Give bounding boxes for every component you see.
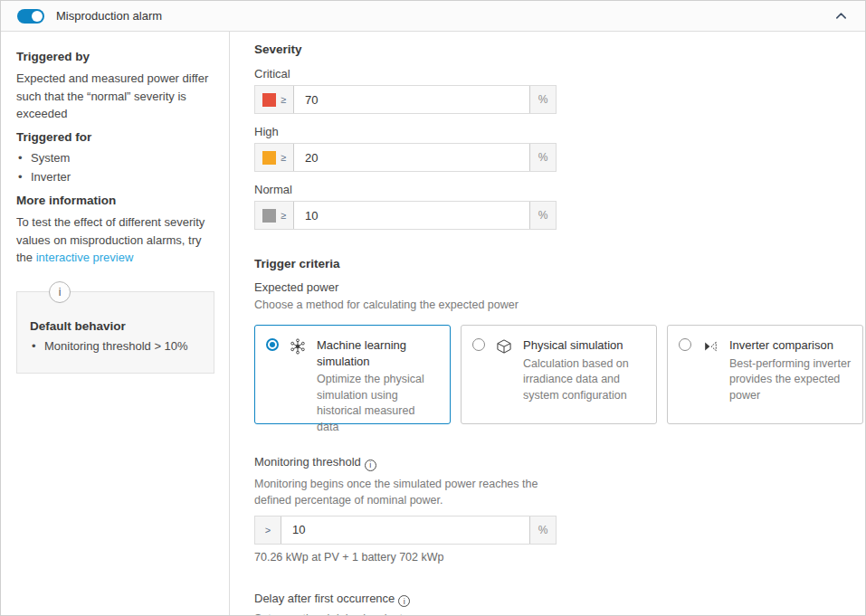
triggered-by-text: Expected and measured power differ such … [16,70,214,123]
default-behavior-list: Monitoring threshold > 10% [30,338,201,355]
threshold-prefix: > [255,516,281,544]
toggle-knob [32,11,43,22]
severity-input-group: ≥ % [254,201,557,230]
severity-row-normal: Normal ≥ % [254,183,863,230]
info-icon[interactable]: i [365,460,376,471]
percent-suffix: % [530,516,556,544]
critical-threshold-input[interactable] [293,86,530,113]
panel-header: Misproduction alarm [1,1,865,32]
more-information-text: To test the effect of different severity… [16,213,214,267]
method-title: Inverter comparison [729,337,852,354]
method-card-inverter-comparison[interactable]: Inverter comparison Best-performing inve… [667,325,863,424]
network-icon [289,337,307,355]
percent-suffix: % [530,202,556,229]
gte-operator: ≥ [281,94,286,105]
delay-label: Delay after first occurrence [254,592,395,605]
percent-suffix: % [530,86,556,113]
list-item: Inverter [16,169,214,186]
more-information-heading: More information [16,194,214,207]
method-card-machine-learning[interactable]: Machine learning simulation Optimize the… [254,325,451,424]
chevron-up-icon[interactable] [833,8,849,24]
method-description: Calculation based on irradiance data and… [523,356,645,404]
info-sidebar: Triggered by Expected and measured power… [1,32,230,616]
gte-operator: ≥ [281,210,286,221]
severity-color-swatch [262,93,276,107]
default-behavior-heading: Default behavior [30,319,201,333]
severity-label: Critical [254,67,863,81]
severity-prefix: ≥ [255,144,293,171]
settings-main: Severity Critical ≥ % High ≥ [230,32,866,616]
method-description: Best-performing inverter provides the ex… [729,356,852,404]
method-title: Physical simulation [523,337,645,354]
method-title: Machine learning simulation [317,337,439,369]
info-icon[interactable]: i [398,595,410,607]
default-behavior-box: i Default behavior Monitoring threshold … [16,291,214,374]
expected-power-method-cards: Machine learning simulation Optimize the… [254,325,863,424]
percent-suffix: % [530,144,556,171]
monitoring-threshold-description: Monitoring begins once the simulated pow… [254,476,544,508]
nominal-power-helper-text: 70.26 kWp at PV + 1 battery 702 kWp [254,551,863,564]
list-item: Monitoring threshold > 10% [30,338,201,355]
severity-row-critical: Critical ≥ % [254,67,863,114]
radio-selected-icon[interactable] [266,338,279,351]
method-description: Optimize the physical simulation using h… [317,372,439,435]
triggered-for-list: System Inverter [16,150,214,187]
compare-triangles-icon [701,337,719,355]
severity-input-group: ≥ % [254,85,557,114]
severity-input-group: ≥ % [254,143,557,172]
severity-prefix: ≥ [255,86,293,113]
severity-prefix: ≥ [255,202,293,229]
triggered-by-heading: Triggered by [16,50,214,63]
expected-power-label: Expected power [254,280,863,294]
severity-color-swatch [262,151,276,165]
monitoring-threshold-input[interactable] [281,516,530,544]
radio-unselected-icon[interactable] [679,338,691,351]
delay-hint: Set an optional delay in minutes [254,611,863,616]
triggered-for-heading: Triggered for [16,130,214,144]
severity-heading: Severity [254,43,863,56]
gte-operator: ≥ [281,152,286,163]
card-text: Machine learning simulation Optimize the… [317,337,439,412]
misproduction-alarm-panel: Misproduction alarm Triggered by Expecte… [0,0,866,616]
high-threshold-input[interactable] [293,144,530,171]
monitoring-threshold-label: Monitoring threshold [254,455,361,469]
expected-power-hint: Choose a method for calculating the expe… [254,297,863,313]
card-text: Physical simulation Calculation based on… [523,337,645,412]
radio-unselected-icon[interactable] [472,338,485,351]
panel-title: Misproduction alarm [56,9,162,23]
method-card-physical-simulation[interactable]: Physical simulation Calculation based on… [461,325,657,424]
severity-label: Normal [254,183,863,196]
severity-label: High [254,125,863,138]
alarm-toggle[interactable] [17,9,44,24]
list-item: System [16,150,214,167]
card-text: Inverter comparison Best-performing inve… [729,337,852,412]
cube-icon [495,337,513,355]
severity-color-swatch [262,209,276,223]
normal-threshold-input[interactable] [293,202,530,229]
info-icon: i [49,281,71,303]
monitoring-threshold-input-group: > % [254,516,557,545]
interactive-preview-link[interactable]: interactive preview [36,251,134,264]
severity-row-high: High ≥ % [254,125,863,172]
gt-operator: > [265,525,271,535]
trigger-criteria-heading: Trigger criteria [254,257,863,270]
